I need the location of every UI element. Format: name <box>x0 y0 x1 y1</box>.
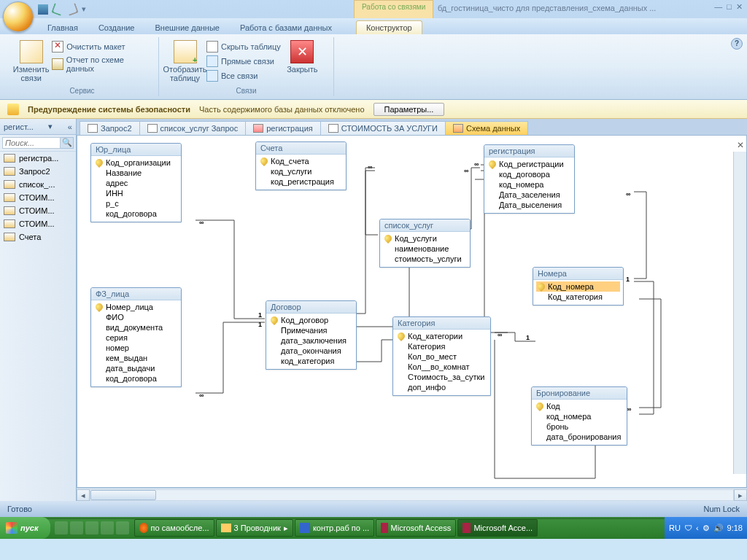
doc-tab[interactable]: СТОИМОСТЬ ЗА УСЛУГИ <box>320 121 446 135</box>
field[interactable]: Код_категории <box>396 331 487 341</box>
undo-icon[interactable] <box>51 3 64 16</box>
all-links-button[interactable]: Все связи <box>205 69 282 82</box>
field[interactable]: серия <box>94 332 178 343</box>
field[interactable]: адрес <box>94 178 178 188</box>
field[interactable]: Категория <box>396 341 487 351</box>
field[interactable]: Дата_заселения <box>487 190 571 200</box>
start-button[interactable]: пуск <box>0 517 50 539</box>
horizontal-scrollbar[interactable]: ◂ ▸ <box>77 488 747 501</box>
nav-header[interactable]: регист...▾« <box>0 119 76 135</box>
field[interactable]: дата_выдачи <box>94 363 178 373</box>
field[interactable]: ИНН <box>94 188 178 198</box>
taskbar-item-active[interactable]: Microsoft Acce... <box>457 519 538 537</box>
relationships-canvas[interactable]: ∞1 ∞1 1∞ 1∞ 1 1∞ ∞ ∞1 ∞1 <box>77 135 747 488</box>
nav-item[interactable]: Запрос2 <box>0 165 76 178</box>
field[interactable]: Кол__во_комнат <box>396 362 487 372</box>
lang-indicator[interactable]: RU <box>669 524 681 532</box>
table-header[interactable]: Юр_лица <box>91 144 181 156</box>
minimize-button[interactable]: — <box>714 2 722 12</box>
field[interactable]: доп_инфо <box>396 382 487 392</box>
nav-item[interactable]: список_... <box>0 178 76 191</box>
maximize-button[interactable]: □ <box>727 2 732 12</box>
tray-icon[interactable]: 🔊 <box>713 524 724 533</box>
field[interactable]: код_договора <box>94 209 178 219</box>
field[interactable]: Код_услуги <box>383 233 467 244</box>
field[interactable]: Номер_лица <box>94 302 178 312</box>
field[interactable]: кем_выдан <box>94 353 178 363</box>
table-nomera[interactable]: НомераКод_номераКод_категория <box>533 267 624 306</box>
tray-expand-icon[interactable]: ‹ <box>696 524 699 532</box>
doc-tab[interactable]: Запрос2 <box>80 121 140 135</box>
field[interactable]: Код_номера <box>536 281 620 292</box>
table-uslugi[interactable]: список_услугКод_услугинаименованиестоимо… <box>379 219 471 268</box>
field[interactable]: Код <box>535 401 624 411</box>
firefox-icon[interactable] <box>85 521 98 534</box>
field[interactable]: код_услуги <box>259 166 343 176</box>
table-fz-lica[interactable]: ФЗ_лицаНомер_лицаФИОвид_документасерияно… <box>90 287 182 387</box>
doc-tab-active[interactable]: Схема данных <box>445 121 528 135</box>
table-scheta[interactable]: СчетаКод_счетакод_услугикод_регистрация <box>255 141 347 190</box>
close-button-ribbon[interactable]: ✕ Закрыть <box>282 37 322 82</box>
tray-icon[interactable]: ⚙ <box>703 524 710 533</box>
field[interactable]: код_регистрация <box>259 176 343 187</box>
field[interactable]: Код_организации <box>94 158 178 168</box>
field[interactable]: код_номера <box>535 411 624 421</box>
table-header[interactable]: ФЗ_лица <box>91 288 181 300</box>
app-icon[interactable] <box>101 521 114 534</box>
clock[interactable]: 9:18 <box>727 524 743 532</box>
field[interactable]: ФИО <box>94 312 178 322</box>
scroll-right-icon[interactable]: ▸ <box>734 489 747 501</box>
nav-item[interactable]: Счета <box>0 230 76 244</box>
doc-tab[interactable]: список_услуг Запрос <box>139 121 247 135</box>
field[interactable]: код_договора <box>94 373 178 384</box>
desktop-icon[interactable] <box>116 521 129 534</box>
field[interactable]: Название <box>94 168 178 178</box>
table-dogovor[interactable]: ДоговорКод_договорПримечаниядата_заключе… <box>266 300 357 370</box>
field[interactable]: вид_документа <box>94 322 178 332</box>
field[interactable]: номер <box>94 343 178 353</box>
search-go-button[interactable]: 🔍 <box>61 137 74 149</box>
table-header[interactable]: список_услуг <box>380 219 470 232</box>
doc-close-button[interactable]: ✕ <box>737 140 744 150</box>
help-icon[interactable]: ? <box>731 38 743 50</box>
table-header[interactable]: Счета <box>256 142 346 155</box>
tab-external[interactable]: Внешние данные <box>146 21 229 34</box>
nav-item[interactable]: СТОИМ... <box>0 191 76 204</box>
table-registration[interactable]: регистрацияКод_регистрациикод_договорако… <box>484 144 575 214</box>
field[interactable]: Код_счета <box>259 156 343 166</box>
field[interactable]: Стоимость_за_сутки <box>396 372 487 382</box>
field[interactable]: наименование <box>383 244 467 254</box>
tab-create[interactable]: Создание <box>89 21 144 34</box>
vertical-scrollbar[interactable] <box>733 152 746 474</box>
collapse-icon[interactable]: « <box>68 122 72 131</box>
office-button[interactable] <box>3 1 34 32</box>
field[interactable]: Код_договор <box>269 315 353 325</box>
table-yur-lica[interactable]: Юр_лицаКод_организацииНазваниеадресИННр_… <box>90 143 182 222</box>
scroll-left-icon[interactable]: ◂ <box>77 489 90 501</box>
save-icon[interactable] <box>38 4 48 15</box>
warning-options-button[interactable]: Параметры... <box>374 103 445 116</box>
taskbar-item[interactable]: 3 Проводник▸ <box>216 519 293 537</box>
table-header[interactable]: Договор <box>266 301 356 314</box>
tab-constructor[interactable]: Конструктор <box>356 20 422 34</box>
tab-dbtools[interactable]: Работа с базами данных <box>231 21 341 34</box>
field[interactable]: Кол_во_мест <box>396 351 487 362</box>
field[interactable]: дата_заключения <box>269 335 353 346</box>
tray-icon[interactable]: 🛡 <box>684 524 692 532</box>
taskbar-item[interactable]: Microsoft Access <box>376 519 456 537</box>
table-kategoria[interactable]: КатегорияКод_категорииКатегорияКол_во_ме… <box>392 316 491 396</box>
search-input[interactable] <box>2 137 61 149</box>
field[interactable]: код_категория <box>269 356 353 366</box>
field[interactable]: Дата_выселения <box>487 200 571 210</box>
hide-table-button[interactable]: Скрыть таблицу <box>205 40 282 53</box>
field[interactable]: код_номера <box>487 179 571 190</box>
redo-icon[interactable] <box>66 3 79 16</box>
mail-icon[interactable] <box>70 521 83 534</box>
field[interactable]: Код_категория <box>536 292 620 302</box>
ie-icon[interactable] <box>55 521 68 534</box>
direct-links-button[interactable]: Прямые связи <box>205 55 282 68</box>
tab-home[interactable]: Главная <box>38 21 88 34</box>
close-button[interactable]: ✕ <box>736 2 743 12</box>
edit-relations-button[interactable]: Изменить связи <box>12 37 50 82</box>
field[interactable]: бронь <box>535 421 624 432</box>
